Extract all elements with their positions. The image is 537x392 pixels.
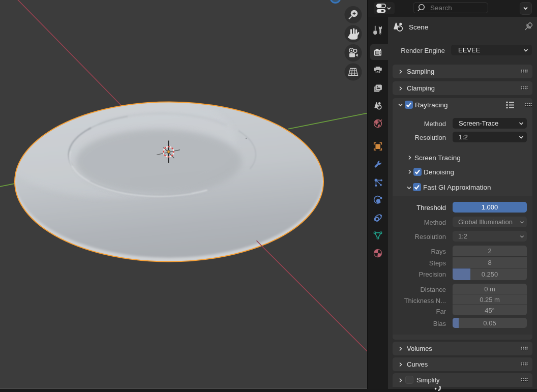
svg-text:Search: Search bbox=[430, 4, 452, 12]
